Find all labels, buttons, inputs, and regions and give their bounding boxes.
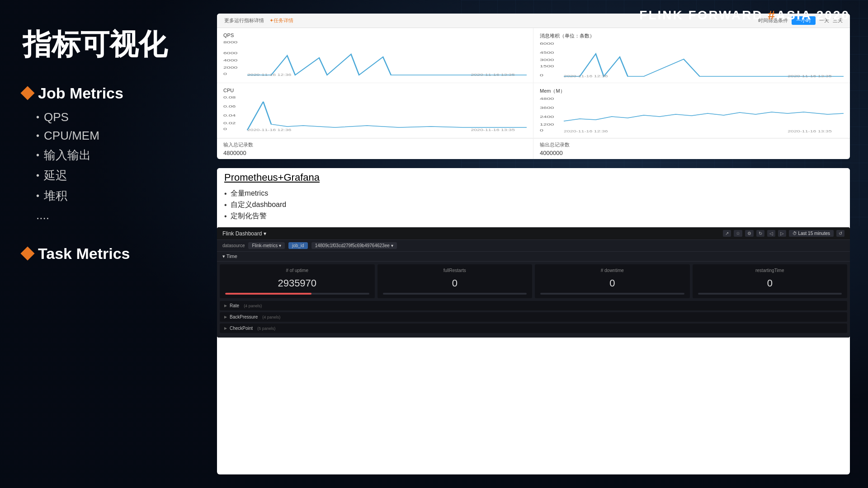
datasource-flink[interactable]: Flink-metrics ▾ [248, 242, 284, 249]
svg-text:8000: 8000 [223, 40, 237, 44]
grafana-topbar: Flink Dashboard ▾ ↗ ☆ ⚙ ↻ ◁ ▷ ⏱ Last 15 … [217, 227, 850, 240]
svg-text:2020-11-16 12:36: 2020-11-16 12:36 [247, 73, 292, 76]
job-metrics-section: Job Metrics QPS CPU/MEM 输入输出 延迟 堆积 .... [23, 84, 185, 222]
chart-cpu-title: CPU [223, 88, 527, 93]
datasource-job-id-value[interactable]: 14809c1f03cd279f5c69b49764623ee ▾ [311, 242, 397, 249]
grafana-share-icon[interactable]: ↗ [723, 230, 731, 237]
logo: FLINK FORWARD #ASIA 2020 [639, 8, 850, 23]
grafana-time-badge[interactable]: ⏱ Last 15 minutes [789, 230, 834, 237]
right-panel: 更多运行指标详情 ✦任务详情 时间筛选条件 一小时 一天 三天 QPS 8000 [208, 0, 868, 488]
datasource-label: datasource [222, 243, 245, 248]
job-metrics-title: Job Metrics [38, 84, 123, 102]
collapse-arrow-rate: ▶ [224, 304, 227, 308]
datasource-job-id-label[interactable]: job_id [288, 242, 308, 249]
footer-input-label: 输入总记录数 [223, 141, 527, 148]
grafana-metrics-grid: # of uptime 2935970 fullRestarts 0 [217, 262, 850, 301]
svg-text:2000: 2000 [223, 66, 237, 69]
chart-mem: Mem（M） 4800 3600 2400 1200 0 2020-11-16 … [533, 83, 850, 138]
footer-input: 输入总记录数 4800000 [217, 139, 533, 159]
metric-uptime-bar [225, 293, 369, 295]
grafana-star-icon[interactable]: ☆ [734, 230, 742, 237]
collapse-arrow-bp: ▶ [224, 315, 227, 319]
collapse-cp-label: CheckPoint [230, 326, 253, 331]
grafana-title: Prometheus+Grafana [217, 168, 850, 183]
metric-downtime-value: 0 [540, 277, 684, 289]
metric-downtime-bar [540, 293, 684, 295]
chart-qps: QPS 8000 6000 4000 2000 0 2020-11-16 12:… [217, 28, 533, 83]
grafana-bullet-2: 自定义dashboard [224, 200, 843, 210]
collapse-checkpoint[interactable]: ▶ CheckPoint (5 panels) [220, 324, 847, 333]
grafana-datasource-row: datasource Flink-metrics ▾ job_id 14809c… [217, 240, 850, 252]
metric-panel-restarting: restartingTime 0 [693, 264, 848, 298]
toolbar-more-text: 更多运行指标详情 [224, 17, 264, 24]
collapse-rate-label: Rate [230, 303, 239, 308]
chart-cpu-svg: 0.08 0.06 0.04 0.02 0 2020-11-16 12:36 2… [223, 95, 527, 131]
grafana-refresh-btn[interactable]: ↺ [836, 230, 844, 237]
collapse-rate[interactable]: ▶ Rate (4 panels) [220, 301, 847, 310]
collapse-bp-label: BackPressure [230, 314, 258, 319]
charts-grid: QPS 8000 6000 4000 2000 0 2020-11-16 12:… [217, 28, 850, 138]
footer-output-label: 输出总记录数 [540, 141, 844, 148]
svg-text:1500: 1500 [540, 64, 554, 68]
main-content: 指标可视化 Job Metrics QPS CPU/MEM 输入输出 延迟 堆积… [0, 0, 868, 488]
chart-mem-svg: 4800 3600 2400 1200 0 2020-11-16 12:36 2… [540, 96, 844, 132]
svg-text:0.08: 0.08 [223, 95, 236, 99]
grafana-dash-title[interactable]: Flink Dashboard ▾ [222, 230, 266, 237]
chart-cpu: CPU 0.08 0.06 0.04 0.02 0 2020-11-16 12:… [217, 83, 533, 138]
task-metrics-section: Task Metrics [23, 245, 185, 263]
svg-text:3600: 3600 [540, 106, 554, 109]
list-item-io: 输入输出 [36, 147, 185, 163]
svg-text:0.02: 0.02 [223, 121, 236, 125]
svg-text:2020-11-16 12:36: 2020-11-16 12:36 [247, 128, 292, 131]
collapse-backpressure[interactable]: ▶ BackPressure (4 panels) [220, 312, 847, 322]
chart-qps-title: QPS [223, 33, 527, 38]
svg-text:2020-11-16 13:35: 2020-11-16 13:35 [788, 130, 832, 132]
grafana-time-section: ▾ Time [217, 252, 850, 262]
chart-heap: 消息堆积（单位：条数） 6000 4500 3000 1500 0 2020-1… [533, 28, 850, 83]
grafana-title-bar: Flink Dashboard ▾ [222, 230, 266, 237]
task-metrics-header: Task Metrics [23, 245, 185, 263]
job-metrics-list: QPS CPU/MEM 输入输出 延迟 堆积 [23, 110, 185, 204]
chart-heap-title: 消息堆积（单位：条数） [540, 33, 844, 39]
metric-restarting-label: restartingTime [698, 268, 842, 273]
svg-text:4800: 4800 [540, 97, 554, 100]
svg-text:1200: 1200 [540, 122, 554, 126]
collapse-cp-count: (5 panels) [257, 326, 275, 331]
footer-input-value: 4800000 [223, 150, 527, 156]
svg-text:2020-11-16 12:36: 2020-11-16 12:36 [564, 130, 608, 132]
grafana-nav-right-icon[interactable]: ▷ [778, 230, 786, 237]
svg-text:2400: 2400 [540, 115, 554, 118]
grafana-icons: ↗ ☆ ⚙ ↻ ◁ ▷ ⏱ Last 15 minutes ↺ [723, 230, 844, 237]
svg-text:2020-11-16 13:35: 2020-11-16 13:35 [471, 73, 515, 76]
metric-uptime-label: # of uptime [225, 268, 369, 273]
svg-text:4500: 4500 [540, 51, 554, 54]
diamond-icon-task [20, 247, 34, 261]
svg-text:4000: 4000 [223, 58, 237, 62]
svg-text:6000: 6000 [223, 51, 237, 55]
grafana-settings-icon[interactable]: ⚙ [745, 230, 754, 237]
list-item-heap: 堆积 [36, 188, 185, 204]
svg-text:0.04: 0.04 [223, 113, 236, 117]
grafana-refresh-icon[interactable]: ↻ [756, 230, 764, 237]
chart-mem-title: Mem（M） [540, 88, 844, 94]
svg-text:0.06: 0.06 [223, 104, 236, 108]
grafana-collapsed-sections: ▶ Rate (4 panels) ▶ BackPressure (4 pane… [217, 301, 850, 338]
page-title: 指标可视化 [23, 27, 185, 62]
grafana-nav-left-icon[interactable]: ◁ [767, 230, 775, 237]
collapse-rate-count: (4 panels) [244, 304, 262, 308]
grafana-bullet-3: 定制化告警 [224, 211, 843, 221]
metric-uptime-bar-fill [225, 293, 311, 295]
grafana-section-card: Prometheus+Grafana 全量metrics 自定义dashboar… [217, 168, 850, 474]
list-item-latency: 延迟 [36, 168, 185, 183]
metric-uptime-value: 2935970 [225, 277, 369, 289]
grafana-section-time-label[interactable]: ▾ Time [222, 253, 237, 259]
svg-text:0: 0 [540, 128, 543, 132]
diamond-icon-job [20, 86, 34, 100]
svg-text:2020-11-16 12:36: 2020-11-16 12:36 [564, 75, 608, 77]
collapse-bp-count: (4 panels) [262, 315, 280, 319]
logo-suffix: ASIA 2020 [776, 8, 850, 22]
list-item-cpu-mem: CPU/MEM [36, 129, 185, 143]
left-panel: 指标可视化 Job Metrics QPS CPU/MEM 输入输出 延迟 堆积… [0, 0, 208, 488]
ellipsis: .... [23, 208, 185, 222]
toolbar-link[interactable]: ✦任务详情 [269, 17, 293, 24]
